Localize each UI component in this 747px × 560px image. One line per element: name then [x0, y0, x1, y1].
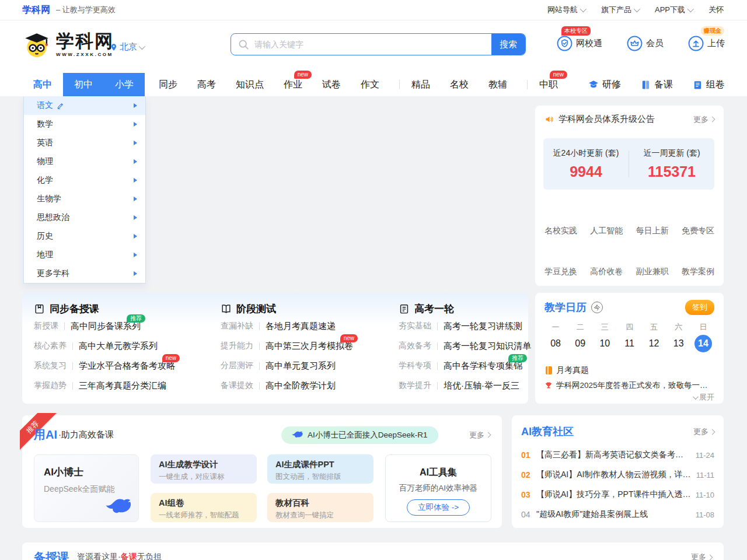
- link-ai[interactable]: 人工智能: [590, 226, 623, 236]
- upload-entry[interactable]: 赚现金 上传: [688, 36, 725, 51]
- calendar-date[interactable]: 12: [642, 335, 666, 352]
- ai-card-paper-builder[interactable]: AI组卷 一线老师推荐，智能配题: [151, 493, 257, 522]
- tab-senior-high[interactable]: 高中: [22, 73, 63, 96]
- topbar-link-products[interactable]: 旗下产品: [601, 5, 638, 15]
- calendar-announcement[interactable]: 学科网2025年度答卷正式发布，致敬每一…: [544, 380, 715, 391]
- ai-card-doctor[interactable]: AI小博士 DeepSeek全面赋能: [34, 454, 139, 522]
- nav-tool-lesson-prep[interactable]: 备课: [641, 79, 673, 91]
- today-icon[interactable]: 今: [591, 302, 603, 313]
- community-post[interactable]: 03 【师说AI】技巧分享，PPT课件中插入透… 11-10: [521, 489, 714, 501]
- subject-item-biology[interactable]: 生物学: [24, 190, 145, 208]
- feature-link[interactable]: 培优·压轴·举一反三: [444, 380, 519, 391]
- ai-card-lesson-design[interactable]: AI生成教学设计 一键生成，对应课标: [151, 454, 257, 484]
- ai-more-link[interactable]: 更多: [469, 430, 490, 440]
- topbar-link-care[interactable]: 关怀: [708, 5, 724, 15]
- calendar-expand-toggle[interactable]: 展开: [693, 392, 714, 402]
- link-famous-school-practice[interactable]: 名校实践: [544, 226, 577, 236]
- calendar-tag-monthly-exam[interactable]: 月考真题: [546, 365, 589, 376]
- link-side-job[interactable]: 副业兼职: [636, 267, 669, 277]
- calendar-date[interactable]: 11: [617, 335, 641, 352]
- calendar-weekday: 四: [617, 322, 641, 332]
- topbar-link-app-download[interactable]: APP下载: [655, 5, 692, 15]
- level-tabs: 高中 初中 小学: [22, 73, 145, 96]
- link-high-price-papers[interactable]: 高价收卷: [590, 267, 623, 277]
- notice-card: 学科网会员体系升级公告 更多 近24小时更新 (套) 9944 近一周更新 (套…: [535, 106, 724, 286]
- nav-item-papers[interactable]: 试卷: [322, 79, 341, 91]
- feature-link[interactable]: 高考一轮复习知识清单: [444, 341, 531, 352]
- ai-card-ppt[interactable]: AI生成课件PPT 图文动画，智能排版: [267, 454, 374, 484]
- submenu-arrow-icon: [134, 122, 137, 127]
- topbar-link-site-nav[interactable]: 网站导航: [547, 5, 585, 15]
- wangxiaotong-entry[interactable]: 本校专区 网校通: [557, 36, 602, 51]
- deepseek-pill[interactable]: AI小博士已全面接入DeepSeek-R1: [281, 426, 438, 444]
- nav-tool-paper-builder[interactable]: 组卷: [693, 79, 725, 91]
- notice-title[interactable]: 学科网会员体系升级公告: [558, 114, 655, 125]
- stat-24h-value: 9944: [543, 163, 629, 180]
- chevron-down-icon: [580, 6, 587, 12]
- subject-item-physics[interactable]: 物理: [24, 152, 145, 171]
- nav-item-essay[interactable]: 作文: [361, 79, 379, 91]
- community-more-link[interactable]: 更多: [693, 426, 714, 437]
- search-input[interactable]: [231, 34, 491, 55]
- community-post[interactable]: 04 "超级AI教师"建始县案例展上线 11-08: [521, 509, 714, 520]
- calendar-date[interactable]: 10: [592, 335, 617, 352]
- calendar-title: 教学日历: [544, 300, 587, 314]
- topbar-logo[interactable]: 学科网: [22, 4, 50, 16]
- calendar-date[interactable]: 09: [568, 335, 592, 352]
- community-post[interactable]: 01 【高三必看】新高考英语记叙文类备考… 11-24: [521, 449, 714, 461]
- link-free-zone[interactable]: 免费专区: [682, 226, 714, 236]
- link-daily-new[interactable]: 每日上新: [636, 226, 669, 236]
- link-teaching-cases[interactable]: 教学案例: [682, 267, 714, 277]
- search-button[interactable]: 搜索: [491, 34, 525, 55]
- notice-more-link[interactable]: 更多: [693, 114, 714, 125]
- feature-col-test: 阶段测试 查漏补缺 各地月考真题速递 提升能力 高中第三次月考模拟卷new 分层…: [221, 301, 353, 396]
- tab-junior-high[interactable]: 初中: [63, 73, 104, 96]
- subject-item-english[interactable]: 英语: [24, 134, 145, 152]
- feature-link[interactable]: 高中大单元教学系列: [79, 341, 158, 352]
- nav-item-sync[interactable]: 同步: [159, 79, 177, 91]
- try-now-button[interactable]: 立即体验 ->: [407, 499, 470, 516]
- feature-link[interactable]: 高中全阶教学计划: [266, 380, 336, 391]
- subject-item-geography[interactable]: 地理: [24, 246, 145, 264]
- feature-link[interactable]: 高中第三次月考模拟卷new: [266, 341, 353, 352]
- feature-link[interactable]: 三年高考真题分类汇编: [79, 380, 166, 391]
- community-post[interactable]: 02 【师说AI】AI制作教材人物云游视频，详… 11-11: [521, 469, 714, 481]
- subject-item-more[interactable]: 更多学科: [24, 264, 145, 283]
- site-logo[interactable]: 学科网 WWW.ZXXK.COM: [22, 30, 114, 59]
- feature-title: 阶段测试: [236, 302, 276, 316]
- subject-item-chinese[interactable]: 语文: [24, 96, 145, 115]
- nav-item-vocational[interactable]: 中职new: [539, 79, 558, 91]
- feature-link[interactable]: 学业水平合格考备考攻略new: [79, 360, 175, 372]
- calendar-date[interactable]: 08: [543, 335, 568, 352]
- submenu-arrow-icon: [134, 253, 137, 257]
- ai-card-textbook-wiki[interactable]: 教材百科 教材查询一键搞定: [267, 493, 374, 522]
- feature-link[interactable]: 高中同步备课系列推荐: [71, 321, 141, 332]
- feature-link[interactable]: 各地月考真题速递: [266, 321, 336, 332]
- subject-item-history[interactable]: 历史: [24, 227, 145, 246]
- membership-entry[interactable]: 会员: [627, 36, 664, 51]
- nav-item-teaching-aids[interactable]: 教辅: [488, 79, 507, 91]
- nav-item-knowledge[interactable]: 知识点: [236, 79, 264, 91]
- nav-tool-training[interactable]: 研修: [588, 79, 621, 91]
- signin-button[interactable]: 签到: [685, 300, 714, 315]
- city-selector[interactable]: 北京: [110, 41, 144, 52]
- calendar-date-active[interactable]: 14: [691, 335, 715, 352]
- lesson-prep-more-link[interactable]: 更多: [691, 552, 712, 560]
- nav-item-gaokao[interactable]: 高考: [197, 79, 216, 91]
- subject-item-politics[interactable]: 思想政治: [24, 208, 145, 227]
- community-title: AI教育社区: [521, 425, 574, 439]
- subject-item-chemistry[interactable]: 化学: [24, 171, 145, 190]
- feature-link[interactable]: 高中单元复习系列: [266, 360, 336, 372]
- tab-primary[interactable]: 小学: [104, 73, 145, 96]
- subject-item-math[interactable]: 数学: [24, 115, 145, 134]
- submenu-arrow-icon: [134, 103, 137, 108]
- feature-link[interactable]: 高考一轮复习讲练测: [444, 321, 522, 332]
- chevron-down-icon: [139, 43, 145, 49]
- ai-section-subtitle: ·助力高效备课: [58, 429, 114, 440]
- feature-link[interactable]: 高中各学科专项集锦推荐: [444, 360, 522, 372]
- link-points-exchange[interactable]: 学豆兑换: [544, 267, 577, 277]
- nav-item-homework[interactable]: 作业new: [284, 79, 302, 91]
- nav-item-premium[interactable]: 精品: [411, 79, 430, 91]
- nav-item-famous-schools[interactable]: 名校: [450, 79, 469, 91]
- calendar-date[interactable]: 13: [666, 335, 691, 352]
